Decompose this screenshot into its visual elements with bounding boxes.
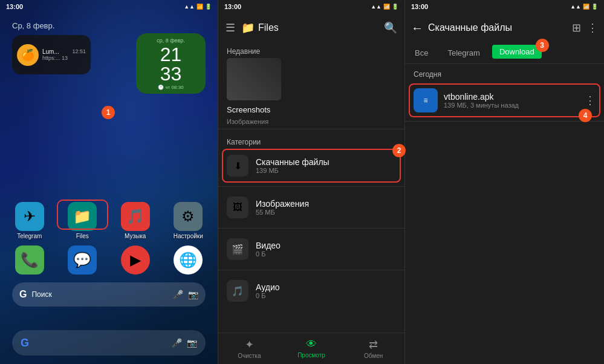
luminary-widget: 🍊 Lum... 12:51 https:... 13 bbox=[12, 35, 91, 74]
file-name: vtbonline.apk bbox=[444, 92, 579, 102]
category-downloads[interactable]: ⬇ Скачанные файлы 139 МБ bbox=[218, 149, 404, 183]
downloads-cat-size: 139 МБ bbox=[256, 167, 396, 174]
browse-label: Просмотр bbox=[297, 352, 325, 359]
settings-label: Настройки bbox=[174, 233, 203, 239]
files-status-bar: 13:00 ▲▲ 📶 🔋 bbox=[218, 0, 404, 13]
divider-4 bbox=[218, 270, 404, 270]
app-play[interactable]: ▶ bbox=[112, 245, 159, 276]
vtbonline-file[interactable]: ≡ vtbonline.apk 139 МБ, 3 минуты назад ⋮ bbox=[405, 82, 604, 119]
home-status-bar: 13:00 ▲▲ 📶 🔋 bbox=[0, 0, 218, 13]
images-cat-name: Изображения bbox=[256, 199, 396, 209]
category-images[interactable]: 🖼 Изображения 55 МБ bbox=[218, 190, 404, 224]
files-logo-text: Files bbox=[258, 22, 279, 33]
file-more-icon[interactable]: ⋮ bbox=[585, 94, 596, 107]
files-header: ☰ 📁 Files 🔍 bbox=[218, 13, 404, 42]
telegram-label: Telegram bbox=[17, 233, 42, 239]
signal-icon: 📶 bbox=[196, 4, 203, 10]
browse-icon: 👁 bbox=[306, 338, 317, 351]
screenshots-type: Изображения bbox=[218, 118, 404, 125]
app-phone[interactable]: 📞 bbox=[6, 245, 53, 276]
lens-icon[interactable]: 📷 bbox=[188, 290, 198, 299]
files-status-time: 13:00 bbox=[224, 3, 241, 10]
divider-3 bbox=[218, 228, 404, 229]
step-badge-4: 4 bbox=[579, 109, 592, 122]
step-badge-3: 3 bbox=[536, 39, 549, 52]
file-item-wrapper: ≡ vtbonline.apk 139 МБ, 3 минуты назад ⋮… bbox=[405, 82, 604, 119]
app-grid: ✈ Telegram 📁 Files 🎵 Музыка ⚙ Настройки … bbox=[6, 202, 212, 276]
mic-icon[interactable]: 🎤 bbox=[173, 290, 183, 299]
app-files[interactable]: 📁 Files bbox=[59, 202, 106, 239]
app-messages[interactable]: 💬 bbox=[59, 245, 106, 276]
screenshots-label: Screenshots bbox=[218, 104, 404, 118]
search-bar[interactable]: G Поиск 🎤 📷 bbox=[12, 282, 206, 307]
nav-browse[interactable]: 👁 Просмотр bbox=[281, 333, 343, 364]
luminary-text: Lum... 12:51 https:... 13 bbox=[42, 48, 86, 61]
battery-icon: 🔋 bbox=[205, 4, 212, 10]
downloads-panel: 13:00 ▲▲ 📶 🔋 ← Скачанные файлы ⊞ ⋮ Все T… bbox=[405, 0, 604, 364]
nav-share[interactable]: ⇄ Обмен bbox=[342, 333, 404, 364]
recent-section-title: Недавние bbox=[218, 42, 404, 58]
google-mic-icon[interactable]: 🎤 bbox=[172, 338, 182, 348]
category-audio[interactable]: 🎵 Аудио 0 Б bbox=[218, 274, 404, 308]
step-badge-1: 1 bbox=[102, 106, 115, 119]
settings-icon: ⚙ bbox=[174, 202, 203, 231]
audio-cat-text: Аудио 0 Б bbox=[256, 282, 396, 299]
play-icon: ▶ bbox=[121, 245, 150, 275]
clock-minute: 33 bbox=[160, 64, 182, 83]
audio-cat-icon: 🎵 bbox=[227, 280, 248, 302]
app-chrome[interactable]: 🌐 bbox=[165, 245, 212, 276]
files-highlight bbox=[57, 200, 109, 230]
hamburger-icon[interactable]: ☰ bbox=[226, 21, 235, 34]
images-cat-size: 55 МБ bbox=[256, 209, 396, 216]
app-telegram[interactable]: ✈ Telegram bbox=[6, 202, 53, 239]
category-video[interactable]: 🎬 Видео 0 Б bbox=[218, 232, 404, 266]
more-options-icon[interactable]: ⋮ bbox=[587, 21, 598, 34]
clock-date: ср, 8 февр. bbox=[157, 37, 185, 44]
thumb-overlay bbox=[227, 58, 281, 100]
dl-battery-icon: 🔋 bbox=[591, 4, 598, 10]
files-signal-icon: 📶 bbox=[383, 4, 390, 10]
audio-cat-name: Аудио bbox=[256, 282, 396, 292]
tab-download[interactable]: Download bbox=[492, 45, 542, 59]
video-cat-size: 0 Б bbox=[256, 250, 396, 258]
apk-file-icon: ≡ bbox=[414, 88, 438, 112]
clock-widget: ср, 8 февр. 21 33 🕐 чт 08:30 bbox=[136, 33, 206, 94]
categories-section-title: Категории bbox=[218, 133, 404, 149]
tab-telegram[interactable]: Telegram bbox=[438, 42, 489, 63]
downloads-title: Скачанные файлы bbox=[428, 22, 567, 33]
today-section-title: Сегодня bbox=[405, 64, 604, 82]
home-status-icons: ▲▲ 📶 🔋 bbox=[184, 4, 212, 10]
file-divider bbox=[405, 121, 604, 122]
downloads-header-icons: ⊞ ⋮ bbox=[572, 21, 598, 34]
clock-alarm: 🕐 чт 08:30 bbox=[158, 85, 183, 90]
grid-view-icon[interactable]: ⊞ bbox=[572, 21, 581, 34]
luminary-icon: 🍊 bbox=[17, 44, 39, 66]
tab-all[interactable]: Все bbox=[405, 42, 438, 63]
clock-hour: 21 bbox=[160, 45, 182, 64]
files-bottom-nav: ✦ Очистка 👁 Просмотр ⇄ Обмен bbox=[218, 333, 404, 364]
downloads-cat-name: Скачанные файлы bbox=[256, 157, 396, 167]
home-screen: 13:00 ▲▲ 📶 🔋 Ср, 8 февр. 🍊 Lum... 12:51 … bbox=[0, 0, 218, 364]
google-bar[interactable]: G 🎤 📷 bbox=[12, 330, 206, 356]
file-info: vtbonline.apk 139 МБ, 3 минуты назад bbox=[444, 92, 579, 109]
dl-wifi-icon: ▲▲ bbox=[570, 4, 581, 10]
images-cat-text: Изображения 55 МБ bbox=[256, 199, 396, 216]
files-search-icon[interactable]: 🔍 bbox=[384, 21, 397, 34]
google-lens-icon[interactable]: 📷 bbox=[187, 338, 197, 348]
luminary-sub: https:... 13 bbox=[42, 55, 86, 61]
divider-1 bbox=[218, 129, 404, 129]
app-music[interactable]: 🎵 Музыка bbox=[112, 202, 159, 239]
app-settings[interactable]: ⚙ Настройки bbox=[165, 202, 212, 239]
images-cat-icon: 🖼 bbox=[227, 197, 248, 218]
file-meta: 139 МБ, 3 минуты назад bbox=[444, 102, 579, 109]
dl-signal-icon: 📶 bbox=[583, 4, 589, 10]
divider-2 bbox=[218, 186, 404, 187]
wifi-icon: ▲▲ bbox=[184, 4, 195, 10]
files-logo-icon: 📁 bbox=[241, 21, 255, 34]
nav-cleanup[interactable]: ✦ Очистка bbox=[218, 333, 281, 364]
files-battery-icon: 🔋 bbox=[392, 4, 398, 10]
music-icon: 🎵 bbox=[121, 202, 150, 231]
video-cat-text: Видео 0 Б bbox=[256, 241, 396, 258]
back-button[interactable]: ← bbox=[411, 21, 423, 35]
files-label: Files bbox=[76, 233, 89, 239]
